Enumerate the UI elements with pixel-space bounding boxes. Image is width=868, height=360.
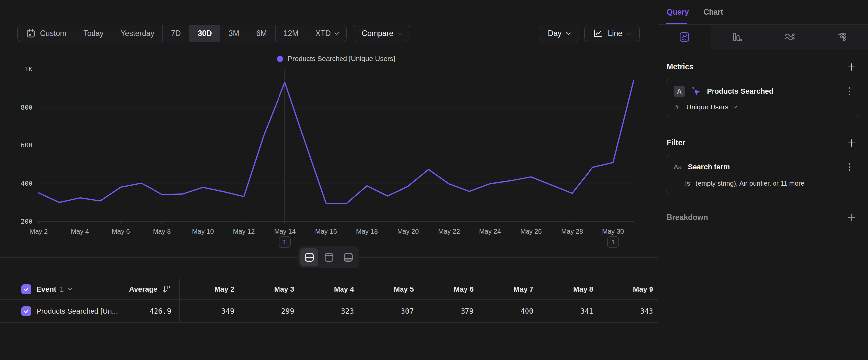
table-header-fixed: Event 1 Average [0, 284, 179, 294]
row-event-name[interactable]: Products Searched [Un... [36, 307, 118, 315]
metric-kebab-menu-icon[interactable] [847, 86, 852, 96]
average-header[interactable]: Average [129, 285, 157, 294]
sort-descending-icon[interactable] [161, 284, 172, 294]
main-panel: CustomTodayYesterday7D30D3M6M12MXTD Comp… [0, 0, 658, 360]
y-axis-label: 1K [25, 65, 32, 73]
tab-retention[interactable] [816, 25, 868, 49]
x-axis-label: May 24 [479, 228, 501, 235]
table-only-view-button[interactable] [340, 248, 358, 266]
report-type-tabs [658, 25, 868, 49]
x-axis-label: May 20 [397, 228, 419, 235]
table-row-fixed: Products Searched [Un... 426.9 [0, 306, 179, 316]
value-cell-may-9: 343 [598, 307, 658, 315]
retention-icon [836, 31, 847, 43]
metric-letter-badge[interactable]: A [674, 86, 685, 97]
x-axis-label: May 30 [602, 228, 624, 235]
value-cell-may-3: 299 [239, 307, 299, 315]
x-axis-label: May 10 [192, 228, 214, 235]
column-header-may-2[interactable]: May 2 [179, 285, 239, 294]
metric-card: A Products Searched # Unique Users [666, 79, 859, 118]
value-cell-may-2: 349 [179, 307, 239, 315]
column-header-may-5[interactable]: May 5 [359, 285, 418, 294]
x-axis-label: May 28 [561, 228, 583, 235]
breakdown-heading: Breakdown [667, 213, 708, 222]
event-header-label[interactable]: Event [36, 285, 56, 294]
events-table: Event 1 Average May 2May 3May 4May 5May … [0, 279, 658, 323]
table-row-values: 349299323307379400341343 [179, 307, 658, 315]
x-axis-label: May 2 [30, 228, 48, 235]
split-view-icon [304, 252, 315, 263]
text-property-icon: Aa [674, 163, 682, 171]
x-axis-label: May 26 [520, 228, 542, 235]
annotation-badge[interactable]: 1 [608, 237, 619, 248]
y-axis-label: 200 [21, 217, 32, 225]
x-axis-label: May 22 [438, 228, 460, 235]
metric-card-row2: # Unique Users [674, 103, 852, 111]
sidebar-tabs: Query Chart [658, 0, 868, 25]
row-checkbox[interactable] [21, 306, 31, 316]
tab-insights[interactable] [658, 25, 711, 49]
x-axis-label: May 6 [112, 228, 130, 235]
filter-property-name[interactable]: Search term [688, 163, 730, 171]
table-column-separator [179, 279, 180, 323]
split-view-button[interactable] [300, 248, 318, 266]
query-sidebar: Query Chart Metrics A Products Searched … [658, 0, 868, 360]
tab-chart[interactable]: Chart [703, 8, 723, 17]
event-cursor-icon [691, 86, 701, 96]
flows-icon [784, 31, 795, 43]
filter-card-row1: Aa Search term [674, 162, 852, 172]
x-axis-label: May 4 [71, 228, 89, 235]
y-axis-label: 800 [21, 103, 32, 111]
column-header-may-6[interactable]: May 6 [419, 285, 478, 294]
series-line [39, 80, 633, 203]
add-breakdown-button plus-icon[interactable] [847, 213, 856, 222]
tab-query[interactable]: Query [667, 8, 689, 17]
column-header-may-3[interactable]: May 3 [239, 285, 299, 294]
annotation-badge[interactable]: 1 [279, 237, 290, 248]
value-cell-may-5: 307 [359, 307, 418, 315]
measure-dropdown[interactable]: Unique Users [686, 103, 728, 111]
svg-text:1: 1 [283, 239, 287, 246]
chevron-down-icon[interactable] [733, 104, 737, 108]
chevron-down-icon[interactable] [68, 286, 72, 290]
line-chart[interactable]: 2004006008001KMay 2May 4May 6May 8May 10… [0, 0, 658, 259]
tab-flows[interactable] [763, 25, 816, 49]
value-cell-may-4: 323 [299, 307, 359, 315]
view-toggle [299, 246, 360, 268]
chart-only-view-button[interactable] [320, 248, 338, 266]
x-axis-label: May 16 [315, 228, 337, 235]
hash-icon: # [675, 103, 684, 111]
row-average-value: 426.9 [150, 307, 172, 315]
x-axis-label: May 12 [233, 228, 255, 235]
add-metric-button plus-icon[interactable] [847, 63, 856, 72]
x-axis-label: May 8 [153, 228, 171, 235]
chart-only-view-icon [323, 252, 335, 263]
column-header-may-7[interactable]: May 7 [478, 285, 538, 294]
table-only-view-icon [343, 252, 354, 263]
metrics-section-header: Metrics [658, 62, 868, 72]
filter-operator[interactable]: Is [685, 180, 690, 187]
filter-heading: Filter [667, 138, 685, 147]
metric-card-row1: A Products Searched [674, 86, 852, 97]
value-cell-may-7: 400 [478, 307, 538, 315]
value-cell-may-6: 379 [419, 307, 478, 315]
insights-icon [679, 31, 690, 43]
column-header-may-9[interactable]: May 9 [598, 285, 658, 294]
filter-kebab-menu-icon[interactable] [847, 162, 852, 172]
column-header-may-8[interactable]: May 8 [538, 285, 598, 294]
tab-funnels[interactable] [711, 25, 763, 49]
select-all-checkbox[interactable] [21, 284, 31, 294]
x-axis-label: May 18 [356, 228, 378, 235]
app-root: CustomTodayYesterday7D30D3M6M12MXTD Comp… [0, 0, 868, 360]
value-cell-may-8: 341 [538, 307, 598, 315]
add-filter-button plus-icon[interactable] [847, 139, 856, 147]
table-row: Products Searched [Un... 426.9 349299323… [0, 300, 658, 323]
active-tab-underline [666, 23, 687, 24]
column-header-may-4[interactable]: May 4 [299, 285, 359, 294]
x-axis-label: May 14 [274, 228, 296, 235]
y-axis-label: 400 [21, 179, 32, 187]
svg-text:1: 1 [611, 239, 615, 246]
metric-event-name[interactable]: Products Searched [707, 87, 774, 95]
table-header-row: Event 1 Average May 2May 3May 4May 5May … [0, 279, 658, 300]
filter-value[interactable]: (empty string), Air purifier, or 11 more [695, 180, 805, 187]
